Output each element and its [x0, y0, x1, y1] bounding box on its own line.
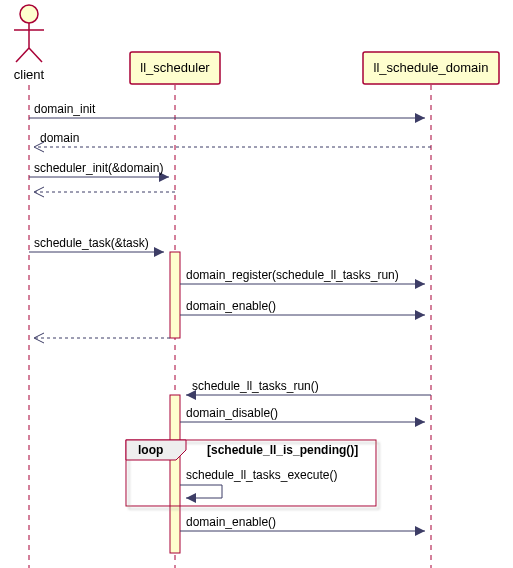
svg-line-3 [16, 48, 29, 62]
msg-schedule-task: schedule_task(&task) [29, 236, 164, 257]
sequence-diagram: client ll_scheduler ll_schedule_domain d… [0, 0, 513, 568]
msg-scheduler-init-return [34, 187, 175, 197]
svg-text:scheduler_init(&domain): scheduler_init(&domain) [34, 161, 163, 175]
msg-domain-enable-1: domain_enable() [180, 299, 425, 320]
svg-text:domain_enable(): domain_enable() [186, 299, 276, 313]
msg-scheduler-init: scheduler_init(&domain) [29, 161, 169, 182]
svg-point-0 [20, 5, 38, 23]
msg-tasks-execute: schedule_ll_tasks_execute() [180, 468, 337, 503]
svg-text:domain_enable(): domain_enable() [186, 515, 276, 529]
svg-text:[schedule_ll_is_pending()]: [schedule_ll_is_pending()] [207, 443, 358, 457]
svg-text:loop: loop [138, 443, 163, 457]
actor-label: client [14, 67, 45, 82]
svg-marker-38 [415, 526, 425, 536]
actor-client: client [14, 5, 45, 82]
svg-marker-17 [154, 247, 164, 257]
msg-domain-disable: domain_disable() [180, 406, 425, 427]
msg-domain-return: domain [34, 131, 431, 152]
svg-marker-30 [415, 417, 425, 427]
svg-text:domain_init: domain_init [34, 102, 96, 116]
participant-label: ll_scheduler [140, 60, 210, 75]
msg-domain-enable-2: domain_enable() [180, 515, 425, 536]
activation-scheduler-1 [170, 252, 180, 338]
msg-domain-init: domain_init [29, 102, 425, 123]
svg-text:schedule_ll_tasks_execute(): schedule_ll_tasks_execute() [186, 468, 337, 482]
participant-domain: ll_schedule_domain [363, 52, 499, 84]
msg-domain-register: domain_register(schedule_ll_tasks_run) [180, 268, 425, 289]
svg-text:schedule_ll_tasks_run(): schedule_ll_tasks_run() [192, 379, 319, 393]
participant-label: ll_schedule_domain [374, 60, 489, 75]
svg-text:domain: domain [40, 131, 79, 145]
svg-marker-35 [186, 493, 196, 503]
svg-text:domain_disable(): domain_disable() [186, 406, 278, 420]
activation-scheduler-2 [170, 395, 180, 553]
svg-text:schedule_task(&task): schedule_task(&task) [34, 236, 149, 250]
msg-schedule-task-return [34, 333, 170, 343]
svg-text:domain_register(schedule_ll_ta: domain_register(schedule_ll_tasks_run) [186, 268, 399, 282]
participant-scheduler: ll_scheduler [130, 52, 220, 84]
msg-tasks-run: schedule_ll_tasks_run() [186, 379, 431, 400]
svg-marker-23 [415, 310, 425, 320]
svg-marker-20 [415, 279, 425, 289]
svg-line-4 [29, 48, 42, 62]
svg-marker-8 [415, 113, 425, 123]
